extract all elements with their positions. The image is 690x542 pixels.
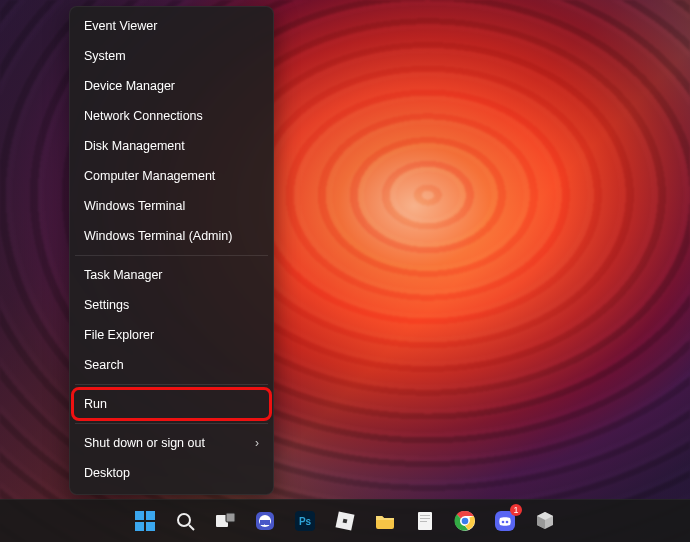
menu-file-explorer[interactable]: File Explorer — [73, 320, 270, 350]
menu-item-label: File Explorer — [84, 328, 154, 342]
menu-device-manager[interactable]: Device Manager — [73, 71, 270, 101]
ps-icon: Ps — [292, 508, 318, 534]
windows-icon — [132, 508, 158, 534]
notes-button[interactable] — [412, 508, 438, 534]
menu-disk-management[interactable]: Disk Management — [73, 131, 270, 161]
app-button[interactable] — [532, 508, 558, 534]
menu-run[interactable]: Run — [73, 389, 270, 419]
menu-separator — [75, 255, 268, 256]
roblox-button[interactable] — [332, 508, 358, 534]
photoshop-button[interactable]: Ps — [292, 508, 318, 534]
chat-button[interactable] — [252, 508, 278, 534]
menu-item-label: Device Manager — [84, 79, 175, 93]
menu-item-label: Network Connections — [84, 109, 203, 123]
svg-rect-16 — [420, 515, 430, 516]
svg-point-4 — [178, 514, 190, 526]
menu-item-label: Run — [84, 397, 107, 411]
chat-icon — [252, 508, 278, 534]
menu-item-label: Windows Terminal (Admin) — [84, 229, 232, 243]
menu-item-label: Task Manager — [84, 268, 163, 282]
menu-separator — [75, 423, 268, 424]
taskbar: Ps1 — [0, 499, 690, 542]
menu-item-label: System — [84, 49, 126, 63]
menu-windows-terminal-admin[interactable]: Windows Terminal (Admin) — [73, 221, 270, 251]
svg-rect-0 — [135, 511, 144, 520]
svg-text:Ps: Ps — [299, 516, 312, 527]
menu-system[interactable]: System — [73, 41, 270, 71]
menu-network-connections[interactable]: Network Connections — [73, 101, 270, 131]
svg-rect-14 — [343, 519, 348, 524]
file-explorer-button[interactable] — [372, 508, 398, 534]
chrome-button[interactable] — [452, 508, 478, 534]
svg-point-21 — [462, 518, 469, 525]
menu-item-label: Shut down or sign out — [84, 436, 205, 450]
search-button[interactable] — [172, 508, 198, 534]
menu-shut-down[interactable]: Shut down or sign out› — [73, 428, 270, 458]
menu-item-label: Windows Terminal — [84, 199, 185, 213]
svg-rect-18 — [420, 521, 427, 522]
svg-rect-2 — [135, 522, 144, 531]
winx-context-menu: Event ViewerSystemDevice ManagerNetwork … — [69, 6, 274, 495]
menu-item-label: Event Viewer — [84, 19, 157, 33]
menu-desktop[interactable]: Desktop — [73, 458, 270, 488]
menu-settings[interactable]: Settings — [73, 290, 270, 320]
menu-search[interactable]: Search — [73, 350, 270, 380]
menu-item-label: Search — [84, 358, 124, 372]
svg-rect-1 — [146, 511, 155, 520]
svg-rect-17 — [420, 518, 430, 519]
svg-point-23 — [502, 521, 505, 524]
svg-rect-3 — [146, 522, 155, 531]
svg-point-24 — [506, 521, 509, 524]
svg-line-5 — [189, 525, 194, 530]
discord-button[interactable]: 1 — [492, 508, 518, 534]
menu-computer-management[interactable]: Computer Management — [73, 161, 270, 191]
chrome-icon — [452, 508, 478, 534]
svg-rect-7 — [226, 513, 235, 522]
menu-task-manager[interactable]: Task Manager — [73, 260, 270, 290]
menu-item-label: Disk Management — [84, 139, 185, 153]
menu-separator — [75, 384, 268, 385]
start-button[interactable] — [132, 508, 158, 534]
menu-item-label: Desktop — [84, 466, 130, 480]
roblox-icon — [332, 508, 358, 534]
search-icon — [172, 508, 198, 534]
menu-windows-terminal[interactable]: Windows Terminal — [73, 191, 270, 221]
task-view-button[interactable] — [212, 508, 238, 534]
cube-icon — [532, 508, 558, 534]
notification-badge: 1 — [510, 504, 522, 516]
menu-item-label: Settings — [84, 298, 129, 312]
chevron-right-icon: › — [255, 436, 259, 450]
taskview-icon — [212, 508, 238, 534]
note-icon — [412, 508, 438, 534]
menu-item-label: Computer Management — [84, 169, 215, 183]
folder-icon — [372, 508, 398, 534]
menu-event-viewer[interactable]: Event Viewer — [73, 11, 270, 41]
